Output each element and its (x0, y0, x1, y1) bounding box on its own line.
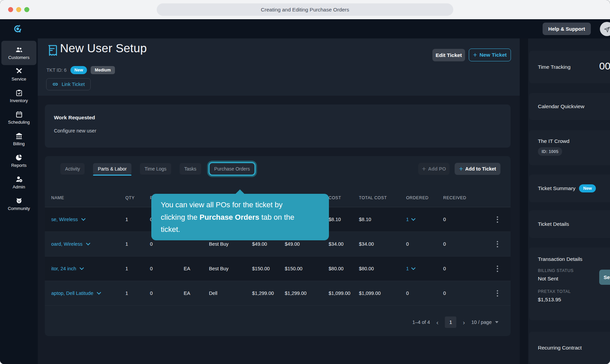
work-requested-card: Work Requested Configure new user (45, 104, 511, 148)
cell-c3: 0 (150, 266, 184, 271)
recurring-contract-card[interactable]: Recurring Contract (529, 332, 610, 364)
minimize-window-icon[interactable] (16, 7, 21, 12)
send-invoice-button[interactable]: Se (599, 270, 610, 285)
sidebar-item-community[interactable]: Community (1, 193, 36, 215)
table-row: aptop, Dell Latitude 1 0 EA Dell $1,299.… (45, 281, 511, 306)
ordered-link[interactable]: 1 (406, 266, 443, 271)
tab-tasks[interactable]: Tasks (180, 163, 201, 175)
tooltip-text: tab on the (259, 213, 294, 221)
sidebar-item-reports[interactable]: Reports (1, 150, 36, 172)
pie-chart-icon (15, 154, 23, 161)
cell-qty: 1 (125, 217, 150, 222)
tab-purchase-orders[interactable]: Purchase Orders (210, 163, 255, 175)
calendar-quickview-title: Calendar Quickview (538, 103, 584, 110)
app-topbar: Help & Support (0, 19, 610, 38)
chevron-down-icon (97, 290, 101, 295)
cell-total-cost: $80.00 (359, 266, 406, 271)
tab-parts-labor[interactable]: Parts & Labor (93, 163, 131, 175)
sidebar-item-label: Billing (13, 141, 25, 146)
tooltip-text-bold: Purchase Orders (200, 213, 259, 221)
cell-total-cost: $34.00 (359, 241, 406, 247)
sidebar-item-label: Service (11, 77, 26, 82)
caret-down-icon (495, 321, 498, 323)
clipboard-icon (15, 89, 23, 97)
sidebar-item-scheduling[interactable]: Scheduling (1, 107, 36, 128)
next-page-icon[interactable]: › (463, 319, 465, 326)
item-name-link[interactable]: se, Wireless (51, 217, 125, 222)
customer-card[interactable]: The IT Crowd ID: 1005 (529, 130, 610, 165)
recurring-contract-title: Recurring Contract (538, 345, 582, 351)
cell-c3: 0 (150, 241, 184, 247)
app-window: Creating and Editing Purchase Orders Hel… (0, 0, 610, 364)
add-po-button[interactable]: Add PO (418, 163, 450, 175)
add-po-label: Add PO (428, 166, 446, 172)
tab-time-logs[interactable]: Time Logs (140, 163, 171, 175)
pretax-total-value: $1,513.95 (538, 297, 610, 303)
column-qty: QTY (125, 195, 150, 200)
customer-id-badge: ID: 1005 (538, 147, 562, 156)
cell-total-price: $150.00 (285, 266, 329, 271)
time-tracking-card[interactable]: Time Tracking 00 (529, 51, 610, 83)
sidebar-item-label: Reports (11, 163, 27, 168)
cell-received: 0 (443, 217, 489, 222)
sidebar-item-service[interactable]: Service (1, 64, 36, 85)
row-menu-icon[interactable] (495, 239, 511, 249)
cell-qty: 1 (125, 291, 150, 296)
item-name-link[interactable]: itor, 24 inch (51, 266, 125, 271)
page-number-button[interactable]: 1 (445, 316, 456, 328)
maximize-window-icon[interactable] (24, 7, 29, 12)
ticket-summary-card[interactable]: Ticket Summary New (529, 175, 610, 202)
cell-cost: $8.10 (329, 217, 359, 222)
link-ticket-button[interactable]: Link Ticket (46, 78, 91, 90)
sidebar-item-customers[interactable]: Customers (1, 41, 36, 65)
sidebar-item-label: Inventory (10, 98, 28, 103)
edit-ticket-button[interactable]: Edit Ticket (432, 49, 465, 61)
plus-icon (422, 166, 426, 172)
cell-received: 0 (443, 266, 489, 271)
add-to-ticket-button[interactable]: Add to Ticket (455, 163, 500, 175)
new-ticket-button[interactable]: New Ticket (469, 49, 511, 61)
page-size-select[interactable]: 10 / page (471, 320, 498, 325)
sidebar-item-admin[interactable]: Admin (1, 172, 36, 193)
syncro-logo-icon[interactable] (12, 24, 23, 34)
cell-total-cost: $1,099.00 (359, 291, 406, 296)
column-ordered: ORDERED (406, 195, 443, 200)
sidebar-item-label: Customers (8, 55, 30, 60)
cell-total-price: $49.00 (285, 241, 329, 247)
cell-qty: 1 (125, 266, 150, 271)
calendar-quickview-card[interactable]: Calendar Quickview (529, 93, 610, 120)
work-requested-body: Configure new user (54, 128, 501, 133)
cell-received: 0 (443, 291, 489, 296)
row-menu-icon[interactable] (495, 214, 511, 225)
sidebar-item-inventory[interactable]: Inventory (1, 85, 36, 107)
ordered-link[interactable]: 1 (406, 217, 443, 222)
sidebar-item-billing[interactable]: Billing (1, 128, 36, 150)
main-nav-sidebar: Customers Service Inventory (0, 38, 38, 364)
status-badge: New (70, 66, 87, 74)
add-to-ticket-label: Add to Ticket (465, 166, 496, 172)
tutorial-tooltip: You can view all POs for the ticket by c… (151, 194, 329, 240)
chevron-down-icon (411, 266, 416, 270)
cell-vendor: Best Buy (209, 241, 252, 247)
close-window-icon[interactable] (8, 7, 13, 12)
help-support-button[interactable]: Help & Support (543, 23, 591, 35)
item-name-link[interactable]: oard, Wireless (51, 241, 125, 247)
send-feedback-button[interactable] (600, 22, 610, 36)
prev-page-icon[interactable]: ‹ (436, 319, 438, 326)
mascot-icon (15, 197, 23, 205)
ticket-details-card[interactable]: Ticket Details (529, 210, 610, 238)
ticket-tabs-card: Activity Parts & Labor Time Logs Tasks P… (45, 156, 511, 336)
column-cost: COST (329, 195, 359, 200)
tab-activity[interactable]: Activity (60, 163, 85, 175)
transaction-details-title: Transaction Details (538, 256, 610, 262)
item-name-link[interactable]: aptop, Dell Latitude (51, 291, 125, 296)
tooltip-text: ticket. (161, 225, 180, 234)
bank-icon (15, 132, 23, 140)
new-feature-badge: New (579, 184, 596, 192)
cell-price: $49.00 (252, 241, 285, 247)
row-menu-icon[interactable] (495, 288, 511, 299)
column-received: RECEIVED (443, 195, 489, 200)
ticket-id: TKT ID: 6 (47, 67, 67, 73)
sidebar-item-label: Community (8, 206, 30, 211)
row-menu-icon[interactable] (495, 264, 511, 274)
